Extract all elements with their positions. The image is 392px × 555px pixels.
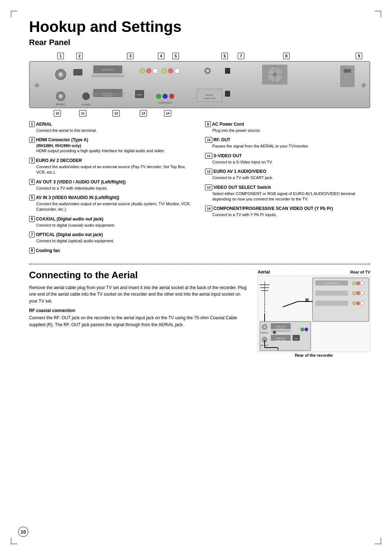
svg-point-77 bbox=[305, 328, 308, 331]
svg-text:AERIAL: AERIAL bbox=[261, 332, 268, 334]
item-title-9: AC Power Cord bbox=[212, 122, 244, 127]
num-badge-12: 12 bbox=[113, 110, 120, 117]
svg-point-51 bbox=[352, 291, 356, 295]
svg-point-2 bbox=[58, 72, 63, 77]
section-separator bbox=[29, 264, 370, 264]
svg-text:EURO AV2: EURO AV2 bbox=[276, 325, 285, 328]
rear-recorder-label: Rear of the recorder bbox=[258, 353, 370, 357]
svg-point-9 bbox=[162, 68, 167, 73]
svg-text:AUDIO/VIDEO: AUDIO/VIDEO bbox=[275, 340, 286, 342]
item-num-2: 2 bbox=[29, 137, 35, 143]
svg-rect-21 bbox=[344, 69, 351, 73]
num-badge-11: 11 bbox=[79, 110, 86, 117]
item-body-9: Plug into the power source. bbox=[205, 128, 370, 133]
num-badge-6: 6 bbox=[221, 53, 228, 59]
svg-point-47 bbox=[352, 281, 356, 285]
desc-item-10: 10 RF. OUT Passes the signal from the AE… bbox=[205, 137, 370, 149]
item-body-14: Connect to a TV with Y Pb Pr inputs. bbox=[205, 212, 370, 218]
desc-item-14: 14 COMPONENT/PROGRESSIVE SCAN VIDEO OUT … bbox=[205, 206, 370, 218]
svg-rect-41 bbox=[225, 91, 230, 97]
svg-point-25 bbox=[82, 93, 90, 100]
svg-rect-37 bbox=[91, 93, 124, 96]
item-title-12: EURO AV 1 AUDIO/VIDEO bbox=[213, 169, 266, 174]
item-title-5: AV IN 3 (VIDEO IN/AUDIO IN (Left/Right)) bbox=[36, 195, 119, 200]
svg-rect-14 bbox=[225, 68, 230, 74]
rear-panel-image: SCART INPUT bbox=[29, 61, 370, 108]
item-title-2: HDMI Connector (Type A) bbox=[36, 137, 88, 142]
item-body-3: Connect the audio/video output of an ext… bbox=[29, 164, 194, 175]
desc-col-left: 1 AERIAL Connect the aerial to this term… bbox=[29, 121, 194, 257]
num-badge-7: 7 bbox=[238, 53, 244, 59]
rf-subtitle: RF coaxial connection bbox=[29, 308, 249, 313]
item-num-5: 5 bbox=[29, 195, 35, 200]
rear-panel-diagram-container: 1 2 3 4 5 6 7 8 9 bbox=[29, 52, 370, 118]
num-badge-4: 4 bbox=[158, 53, 164, 59]
item-body-4: Connect to a TV with video/audio inputs. bbox=[29, 186, 194, 191]
svg-point-43 bbox=[362, 84, 366, 87]
svg-point-6 bbox=[140, 68, 145, 73]
desc-item-6: 6 COAXIAL (Digital audio out jack) Conne… bbox=[29, 216, 194, 228]
num-badge-3: 3 bbox=[127, 53, 134, 59]
item-title-14: COMPONENT/PROGRESSIVE SCAN VIDEO OUT (Y … bbox=[213, 206, 333, 211]
item-body-10: Passes the signal from the AERIAL to you… bbox=[205, 143, 370, 149]
item-num-6: 6 bbox=[29, 216, 35, 222]
desc-item-3: 3 EURO AV 2 DECODER Connect the audio/vi… bbox=[29, 158, 194, 175]
item-num-10: 10 bbox=[205, 137, 212, 143]
num-badge-8: 8 bbox=[283, 53, 290, 59]
svg-point-34 bbox=[169, 94, 174, 99]
section-rear-panel: Rear Panel bbox=[29, 38, 370, 47]
item-num-3: 3 bbox=[29, 158, 35, 163]
svg-text:SCART INPUT: SCART INPUT bbox=[102, 69, 114, 71]
aerial-label: Aerial bbox=[258, 270, 270, 275]
svg-point-13 bbox=[206, 69, 209, 72]
svg-point-33 bbox=[163, 94, 168, 99]
num-badge-10: 10 bbox=[54, 110, 61, 117]
connecting-body: Remove the aerial cable plug from your T… bbox=[29, 284, 249, 305]
svg-point-56 bbox=[356, 301, 360, 305]
item-body-7: Connect to digital (optical) audio equip… bbox=[29, 238, 194, 244]
desc-item-2: 2 HDMI Connector (Type A) (RH188H, RH199… bbox=[29, 137, 194, 154]
svg-point-79 bbox=[273, 331, 276, 334]
item-title-8: Cooling fan bbox=[36, 248, 60, 253]
svg-rect-54 bbox=[315, 301, 348, 306]
svg-rect-3 bbox=[73, 69, 82, 76]
item-num-8: 8 bbox=[29, 248, 35, 254]
svg-rect-50 bbox=[315, 291, 348, 296]
item-body-6: Connect to digital (coaxial) audio equip… bbox=[29, 223, 194, 228]
item-num-9: 9 bbox=[205, 121, 211, 127]
desc-item-13: 13 VIDEO OUT SELECT Switch Select either… bbox=[205, 185, 370, 202]
item-body-12: Connect to a TV with SCART jack. bbox=[205, 175, 370, 181]
rear-tv-label: Rear of TV bbox=[350, 270, 370, 274]
connecting-diagram-svg: SCART INPUT R bbox=[258, 276, 370, 352]
desc-item-9: 9 AC Power Cord Plug into the power sour… bbox=[205, 121, 370, 133]
item-num-4: 4 bbox=[29, 179, 35, 185]
svg-line-60 bbox=[283, 301, 298, 307]
svg-point-49 bbox=[360, 281, 364, 285]
svg-point-55 bbox=[352, 301, 356, 305]
item-title-7: OPTICAL (Digital audio out jack) bbox=[36, 232, 103, 237]
num-badge-5: 5 bbox=[172, 53, 179, 59]
item-num-14: 14 bbox=[205, 206, 212, 211]
svg-text:AUDIO OUT: AUDIO OUT bbox=[203, 97, 216, 100]
desc-col-right: 9 AC Power Cord Plug into the power sour… bbox=[205, 121, 370, 257]
desc-item-7: 7 OPTICAL (Digital audio out jack) Conne… bbox=[29, 232, 194, 244]
svg-rect-20 bbox=[340, 65, 355, 87]
svg-point-57 bbox=[360, 301, 364, 305]
connecting-title: Connecting to the Aerial bbox=[29, 270, 249, 281]
num-badge-9: 9 bbox=[356, 53, 362, 59]
item-num-7: 7 bbox=[29, 232, 35, 238]
svg-point-52 bbox=[356, 291, 360, 295]
num-badge-13: 13 bbox=[140, 110, 147, 117]
corner-mark-tl bbox=[11, 11, 17, 17]
page-title: Hookup and Settings bbox=[29, 18, 370, 36]
svg-text:R: R bbox=[305, 297, 309, 303]
item-body-5: Connect the audio/video output of an ext… bbox=[29, 201, 194, 212]
svg-point-8 bbox=[153, 68, 158, 73]
item-title-1: AERIAL bbox=[36, 122, 52, 127]
svg-point-7 bbox=[146, 68, 151, 73]
panel-svg: SCART INPUT bbox=[29, 61, 370, 108]
desc-item-1: 1 AERIAL Connect the aerial to this term… bbox=[29, 121, 194, 133]
svg-point-32 bbox=[156, 94, 161, 99]
item-num-12: 12 bbox=[205, 169, 212, 174]
desc-item-5: 5 AV IN 3 (VIDEO IN/AUDIO IN (Left/Right… bbox=[29, 195, 194, 212]
